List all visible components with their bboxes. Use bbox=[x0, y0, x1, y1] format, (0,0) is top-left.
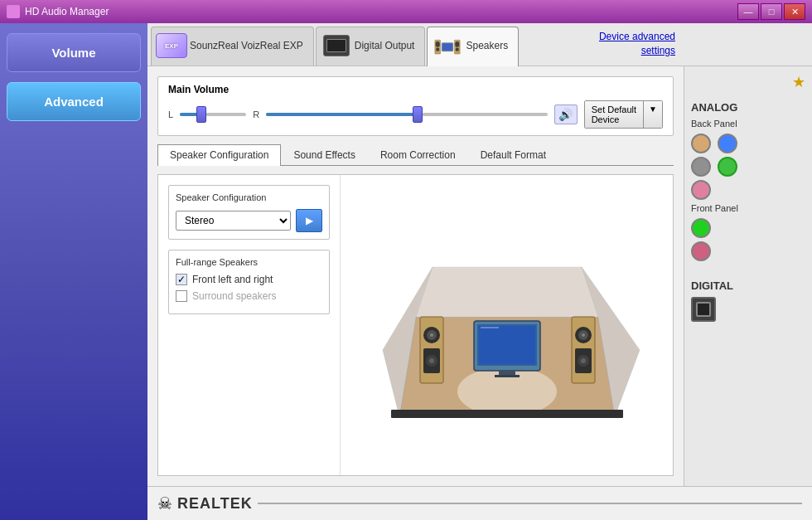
title-bar: HD Audio Manager — □ ✕ bbox=[0, 0, 812, 23]
back-panel-title: Back Panel bbox=[691, 119, 805, 129]
decoration-star: ★ bbox=[792, 73, 805, 91]
svg-marker-10 bbox=[416, 267, 598, 317]
maximize-button[interactable]: □ bbox=[761, 3, 782, 20]
tab-digital[interactable]: Digital Output bbox=[316, 27, 426, 66]
surround-speakers-checkbox[interactable] bbox=[176, 290, 187, 302]
tab-bar: EXP SounzReal VoizReal EXP Digital Outpu… bbox=[147, 23, 812, 66]
realtek-skull-icon: ☠ bbox=[157, 493, 172, 513]
tab-digital-label: Digital Output bbox=[355, 40, 415, 51]
front-panel-row2 bbox=[691, 241, 805, 261]
sub-tab-sound-effects[interactable]: Sound Effects bbox=[281, 144, 368, 165]
back-jack-3[interactable] bbox=[691, 157, 711, 177]
svg-point-24 bbox=[582, 333, 585, 337]
back-panel-row3 bbox=[691, 180, 805, 200]
front-leftright-checkbox[interactable]: ✓ bbox=[176, 274, 187, 285]
digital-title: DIGITAL bbox=[691, 279, 805, 292]
set-default-button[interactable]: Set Default Device ▼ bbox=[584, 100, 663, 129]
svg-rect-5 bbox=[456, 48, 459, 51]
tab-speakers-label: Speakers bbox=[466, 40, 508, 51]
svg-rect-32 bbox=[499, 371, 515, 375]
svg-rect-7 bbox=[443, 43, 453, 50]
digital-jack-row bbox=[691, 297, 805, 322]
speaker-config-group-title: Speaker Configuration bbox=[176, 192, 322, 202]
sidebar: Volume Advanced bbox=[0, 23, 147, 520]
front-jack-2[interactable] bbox=[691, 241, 711, 261]
sidebar-item-volume[interactable]: Volume bbox=[7, 33, 141, 72]
surround-speakers-label: Surround speakers bbox=[192, 290, 276, 302]
fullrange-group: Full-range Speakers ✓ Front left and rig… bbox=[168, 250, 330, 314]
digital-section: DIGITAL bbox=[691, 279, 805, 325]
svg-point-27 bbox=[581, 358, 586, 363]
minimize-button[interactable]: — bbox=[737, 3, 759, 20]
right-panel: ★ ANALOG Back Panel bbox=[684, 66, 812, 486]
close-button[interactable]: ✕ bbox=[784, 3, 805, 20]
sidebar-item-advanced[interactable]: Advanced bbox=[7, 82, 141, 121]
app-body: Volume Advanced Device advanced settings… bbox=[0, 23, 812, 520]
tab-exp-label: SounzReal VoizReal EXP bbox=[190, 40, 303, 51]
room-svg bbox=[366, 201, 648, 450]
back-jack-4[interactable] bbox=[718, 157, 737, 177]
content-area: Device advanced settings EXP SounzReal V… bbox=[147, 23, 812, 520]
front-panel-title: Front Panel bbox=[691, 203, 805, 213]
analog-section: ANALOG Back Panel bbox=[691, 101, 805, 265]
back-jack-5[interactable] bbox=[691, 180, 711, 200]
digital-tab-icon bbox=[323, 32, 350, 59]
realtek-logo-bar: ☠ REALTEK bbox=[147, 486, 812, 520]
sub-tab-default-format[interactable]: Default Format bbox=[468, 144, 558, 165]
speaker-config-left: Speaker Configuration Stereo Quadraphoni… bbox=[158, 175, 341, 475]
tab-speakers[interactable]: Speakers bbox=[427, 27, 519, 66]
volume-slider-left[interactable] bbox=[180, 113, 246, 116]
volume-slider-right[interactable] bbox=[266, 113, 548, 116]
sub-tab-bar: Speaker Configuration Sound Effects Room… bbox=[157, 144, 674, 166]
volume-section: Main Volume L R bbox=[157, 76, 674, 136]
device-advanced-link[interactable]: Device advanced settings bbox=[599, 31, 675, 56]
fullrange-title: Full-range Speakers bbox=[176, 257, 322, 267]
title-bar-left: HD Audio Manager bbox=[7, 5, 109, 18]
svg-rect-13 bbox=[391, 410, 623, 418]
svg-rect-2 bbox=[437, 48, 440, 51]
svg-rect-1 bbox=[436, 41, 440, 47]
speaker-panel: Speaker Configuration Stereo Quadraphoni… bbox=[157, 174, 674, 476]
speaker-config-row: Stereo Quadraphonic 5.1 Surround 7.1 Sur… bbox=[176, 209, 322, 232]
exp-tab-icon: EXP bbox=[158, 32, 185, 59]
speaker-visualization bbox=[341, 175, 673, 475]
set-default-label: Set Default Device bbox=[585, 101, 644, 128]
analog-title: ANALOG bbox=[691, 101, 805, 114]
sub-tab-speaker-config[interactable]: Speaker Configuration bbox=[157, 144, 281, 166]
set-default-dropdown-arrow[interactable]: ▼ bbox=[644, 101, 662, 128]
front-checkbox-row: ✓ Front left and right bbox=[176, 274, 322, 285]
main-content: Main Volume L R bbox=[147, 66, 684, 486]
realtek-divider-line bbox=[258, 503, 802, 504]
svg-rect-33 bbox=[495, 375, 520, 377]
speaker-config-group: Speaker Configuration Stereo Quadraphoni… bbox=[168, 185, 330, 240]
back-jack-2[interactable] bbox=[718, 134, 737, 153]
back-panel-row1 bbox=[691, 134, 805, 153]
speakers-tab-icon bbox=[434, 32, 461, 59]
volume-controls: L R 🔊 bbox=[168, 100, 663, 129]
digital-jack-inner bbox=[696, 302, 711, 317]
app-title: HD Audio Manager bbox=[25, 6, 109, 17]
front-panel-row1 bbox=[691, 218, 805, 238]
front-leftright-label: Front left and right bbox=[192, 274, 273, 285]
svg-rect-30 bbox=[479, 326, 535, 364]
tab-exp[interactable]: EXP SounzReal VoizReal EXP bbox=[151, 27, 314, 66]
svg-point-17 bbox=[430, 333, 433, 337]
back-jack-1[interactable] bbox=[691, 134, 711, 153]
realtek-text: REALTEK bbox=[177, 495, 253, 513]
window-controls: — □ ✕ bbox=[737, 3, 805, 20]
sub-tab-room-correction[interactable]: Room Correction bbox=[368, 144, 468, 165]
channel-l-label: L bbox=[168, 109, 173, 119]
front-jack-1[interactable] bbox=[691, 218, 711, 238]
svg-rect-4 bbox=[456, 41, 460, 47]
channel-r-label: R bbox=[253, 109, 259, 119]
mute-button[interactable]: 🔊 bbox=[554, 104, 578, 124]
app-icon bbox=[7, 5, 20, 18]
back-panel-row2 bbox=[691, 157, 805, 177]
play-test-button[interactable]: ▶ bbox=[296, 209, 322, 232]
speaker-config-select[interactable]: Stereo Quadraphonic 5.1 Surround 7.1 Sur… bbox=[176, 211, 291, 231]
surround-checkbox-row: Surround speakers bbox=[176, 290, 322, 302]
volume-label: Main Volume bbox=[168, 84, 663, 95]
svg-point-20 bbox=[429, 358, 434, 363]
digital-jack-1[interactable] bbox=[691, 297, 716, 322]
